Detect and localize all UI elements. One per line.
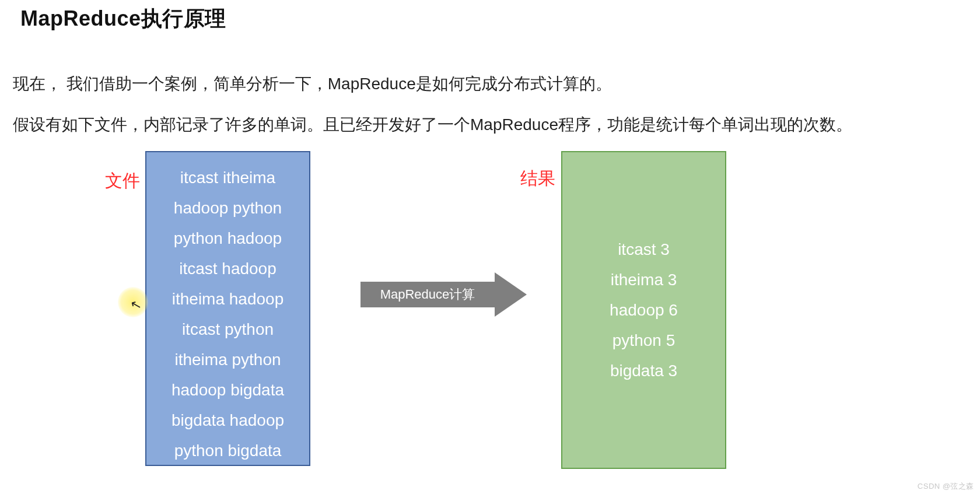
- file-line: hadoop bigdata: [146, 375, 309, 405]
- result-line: bigdata 3: [562, 356, 725, 386]
- page-title: MapReduce执行原理: [20, 5, 226, 33]
- input-file-box: itcast itheima hadoop python python hado…: [145, 151, 310, 466]
- intro-paragraph-1: 现在， 我们借助一个案例，简单分析一下，MapReduce是如何完成分布式计算的…: [13, 73, 612, 95]
- mapreduce-arrow: MapReduce计算: [360, 277, 530, 312]
- result-label: 结果: [520, 167, 555, 191]
- result-line: hadoop 6: [562, 295, 725, 325]
- result-line: python 5: [562, 325, 725, 356]
- arrow-label: MapReduce计算: [360, 282, 495, 307]
- file-line: itheima hadoop: [146, 284, 309, 314]
- file-line: itcast python: [146, 314, 309, 345]
- file-line: bigdata hadoop: [146, 405, 309, 436]
- file-line: itcast itheima: [146, 163, 309, 193]
- cursor-highlight-icon: [118, 287, 148, 317]
- file-line: itcast hadoop: [146, 254, 309, 284]
- cursor-icon: ↖: [129, 296, 143, 314]
- arrow-head-icon: [495, 272, 527, 317]
- intro-paragraph-2: 假设有如下文件，内部记录了许多的单词。且已经开发好了一个MapReduce程序，…: [13, 114, 852, 136]
- result-line: itheima 3: [562, 265, 725, 295]
- file-line: hadoop python: [146, 193, 309, 223]
- watermark: CSDN @弦之森: [918, 481, 974, 492]
- file-line: python hadoop: [146, 223, 309, 254]
- file-label: 文件: [105, 169, 140, 193]
- file-line: python bigdata: [146, 436, 309, 466]
- file-line: itheima python: [146, 345, 309, 375]
- result-box: itcast 3 itheima 3 hadoop 6 python 5 big…: [561, 151, 726, 469]
- result-line: itcast 3: [562, 234, 725, 265]
